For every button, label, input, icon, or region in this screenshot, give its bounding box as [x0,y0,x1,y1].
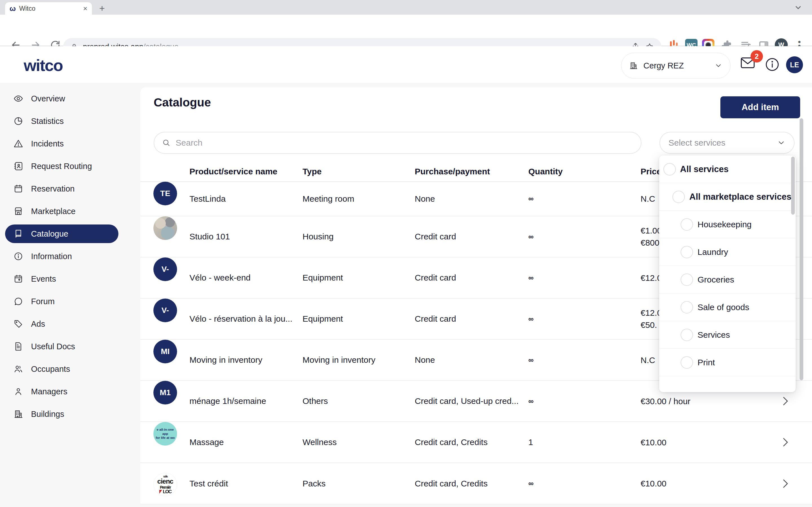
new-tab-button[interactable]: + [99,3,105,13]
radio-button[interactable] [680,356,693,369]
browser-toolbar: preprod.witco.app/catalogue WC W ••• [0,15,812,46]
product-name: Vélo - réservation à la jou... [190,298,292,339]
witco-favicon-icon: ω [10,5,16,12]
row-chevron-right-icon[interactable] [783,396,788,406]
radio-button[interactable] [680,329,693,341]
service-option-sale-of-goods[interactable]: Sale of goods [659,293,796,321]
column-header: Product/service name [190,167,277,176]
service-option-laundry[interactable]: Laundry [659,238,796,266]
add-item-button[interactable]: Add item [720,96,800,118]
purchase-payment: None [415,182,435,216]
tab-close-icon[interactable]: × [83,5,87,12]
sidebar-item-label: Ads [31,320,45,329]
sidebar-item-reservation[interactable]: Reservation [5,179,118,198]
service-option-services[interactable]: Services [659,321,796,349]
service-option-label: All marketplace services [689,192,792,202]
quantity: ∞ [528,258,534,298]
row-chevron-right-icon[interactable] [783,438,788,447]
search-bar[interactable] [154,132,642,154]
witco-logo[interactable]: witco [24,56,63,75]
price: €1.00€800 [641,216,662,257]
item-avatar: V- [153,298,177,322]
page-scrollbar[interactable] [800,118,803,380]
book-icon [13,229,23,238]
row-chevron-right-icon[interactable] [783,479,788,489]
tab-title: Witco [19,5,80,12]
price: N.C [641,340,655,380]
price: N.C [641,182,655,216]
user-avatar[interactable]: LE [786,56,803,73]
radio-button[interactable] [680,274,693,286]
shop-icon [13,207,23,216]
people-icon [13,364,23,374]
sidebar-item-ads[interactable]: Ads [5,315,118,333]
sidebar-item-information[interactable]: Information [5,247,118,266]
radio-button[interactable] [672,191,685,203]
sidebar-item-occupants[interactable]: Occupants [5,360,118,378]
sidebar-item-label: Statistics [31,117,64,126]
product-name: Vélo - week-end [190,258,251,298]
product-name: TestLinda [190,182,225,216]
item-logo-avatar: ur. laciencPremièrLOC [153,473,177,496]
product-name: Studio 101 [190,216,230,257]
product-name: Moving in inventory [190,340,262,380]
pie-icon [13,116,23,126]
browser-tab[interactable]: ω Witco × [5,2,92,15]
service-option-all-services[interactable]: All services [659,156,796,183]
sidebar-item-request-routing[interactable]: Request Routing [5,157,118,175]
sidebar-item-overview[interactable]: Overview [5,89,118,108]
help-button[interactable] [765,57,780,72]
workspace-selector[interactable]: Cergy REZ [621,53,730,78]
radio-button[interactable] [680,218,693,231]
sidebar-item-label: Catalogue [31,229,68,238]
search-input[interactable] [175,138,633,148]
service-option-print[interactable]: Print [659,349,796,376]
column-header: Type [303,167,322,176]
sidebar-item-useful-docs[interactable]: Useful Docs [5,337,118,356]
purchase-payment: None [415,340,435,380]
select-services-dropdown-panel: All servicesAll marketplace servicesHous… [659,156,796,392]
sidebar-item-label: Reservation [31,184,75,193]
product-type: Meeting room [303,182,354,216]
chevron-down-icon [714,62,722,69]
service-option-housekeeping[interactable]: Housekeeping [659,211,796,238]
service-option-label: Housekeeping [698,220,752,229]
service-option-label: Services [698,330,730,340]
sidebar-item-managers[interactable]: Managers [5,382,118,401]
service-option-all-marketplace-services[interactable]: All marketplace services [659,183,796,211]
product-type: Housing [303,216,334,257]
sidebar-item-label: Marketplace [31,207,75,216]
table-row[interactable]: e all-in-one appfor life at woMassageWel… [140,422,812,463]
purchase-payment: Credit card, Credits [415,463,488,504]
person-icon [13,387,23,396]
sidebar-item-buildings[interactable]: Buildings [5,405,118,424]
dropdown-scrollbar[interactable] [791,157,795,215]
item-logo-avatar: e all-in-one appfor life at wo [153,422,177,446]
table-row[interactable]: ur. laciencPremièrLOCTest créditPacksCre… [140,463,812,504]
service-option-groceries[interactable]: Groceries [659,266,796,293]
purchase-payment: Credit card [415,258,456,298]
radio-button[interactable] [663,163,676,175]
messages-button[interactable]: 2 [741,56,756,72]
sidebar-item-forum[interactable]: Forum [5,292,118,311]
radio-button[interactable] [680,246,693,258]
column-header: Quantity [528,167,563,176]
service-option-label: Groceries [698,275,734,284]
sidebar-item-events[interactable]: Events [5,270,118,288]
sidebar-item-incidents[interactable]: Incidents [5,134,118,153]
sidebar-item-label: Incidents [31,139,64,149]
purchase-payment: Credit card, Used-up cred... [415,381,518,421]
select-services-dropdown-trigger[interactable]: Select services [659,132,795,154]
workspace-name: Cergy REZ [644,61,709,70]
sidebar-item-statistics[interactable]: Statistics [5,112,118,130]
product-type: Equipment [303,298,343,339]
tag-icon [13,319,23,329]
quantity: 1 [528,422,533,462]
column-header: Purchase/payment [415,167,490,176]
item-photo-avatar [153,216,177,240]
radio-button[interactable] [680,301,693,314]
tab-list-chevron-icon[interactable] [794,3,802,13]
item-avatar: V- [153,258,177,281]
sidebar-item-catalogue[interactable]: Catalogue [5,224,118,243]
sidebar-item-marketplace[interactable]: Marketplace [5,202,118,221]
